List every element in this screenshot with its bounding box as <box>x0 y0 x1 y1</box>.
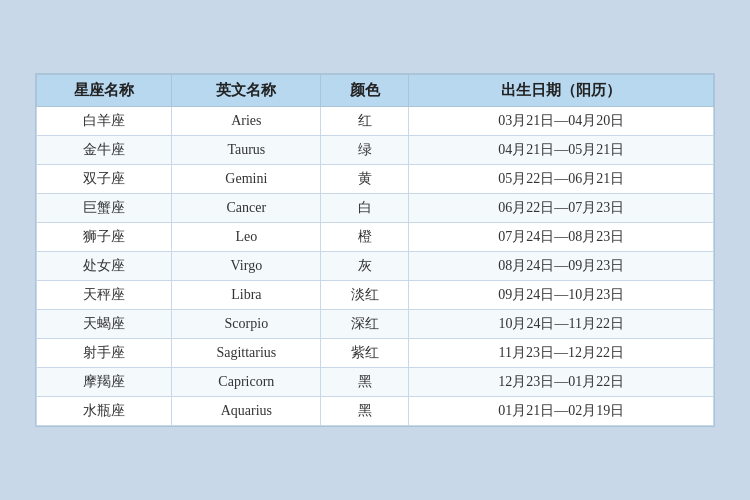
cell-color: 白 <box>321 194 409 223</box>
cell-english: Libra <box>172 281 321 310</box>
table-row: 射手座Sagittarius紫红11月23日—12月22日 <box>37 339 714 368</box>
cell-chinese: 天秤座 <box>37 281 172 310</box>
cell-date: 01月21日—02月19日 <box>409 397 714 426</box>
cell-color: 绿 <box>321 136 409 165</box>
cell-chinese: 狮子座 <box>37 223 172 252</box>
cell-color: 深红 <box>321 310 409 339</box>
cell-english: Sagittarius <box>172 339 321 368</box>
cell-chinese: 射手座 <box>37 339 172 368</box>
table-row: 金牛座Taurus绿04月21日—05月21日 <box>37 136 714 165</box>
cell-color: 黄 <box>321 165 409 194</box>
table-row: 狮子座Leo橙07月24日—08月23日 <box>37 223 714 252</box>
cell-color: 灰 <box>321 252 409 281</box>
cell-english: Leo <box>172 223 321 252</box>
cell-date: 12月23日—01月22日 <box>409 368 714 397</box>
cell-english: Aquarius <box>172 397 321 426</box>
cell-english: Scorpio <box>172 310 321 339</box>
header-date: 出生日期（阳历） <box>409 75 714 107</box>
cell-color: 红 <box>321 107 409 136</box>
cell-chinese: 巨蟹座 <box>37 194 172 223</box>
cell-english: Cancer <box>172 194 321 223</box>
cell-chinese: 双子座 <box>37 165 172 194</box>
cell-date: 11月23日—12月22日 <box>409 339 714 368</box>
table-row: 巨蟹座Cancer白06月22日—07月23日 <box>37 194 714 223</box>
cell-english: Gemini <box>172 165 321 194</box>
cell-english: Aries <box>172 107 321 136</box>
cell-date: 04月21日—05月21日 <box>409 136 714 165</box>
table-row: 天蝎座Scorpio深红10月24日—11月22日 <box>37 310 714 339</box>
cell-date: 06月22日—07月23日 <box>409 194 714 223</box>
cell-color: 黑 <box>321 397 409 426</box>
table-body: 白羊座Aries红03月21日—04月20日金牛座Taurus绿04月21日—0… <box>37 107 714 426</box>
zodiac-table: 星座名称 英文名称 颜色 出生日期（阳历） 白羊座Aries红03月21日—04… <box>36 74 714 426</box>
header-english: 英文名称 <box>172 75 321 107</box>
cell-date: 05月22日—06月21日 <box>409 165 714 194</box>
header-chinese: 星座名称 <box>37 75 172 107</box>
cell-chinese: 摩羯座 <box>37 368 172 397</box>
cell-color: 黑 <box>321 368 409 397</box>
cell-chinese: 白羊座 <box>37 107 172 136</box>
header-color: 颜色 <box>321 75 409 107</box>
cell-color: 淡红 <box>321 281 409 310</box>
cell-date: 08月24日—09月23日 <box>409 252 714 281</box>
cell-chinese: 天蝎座 <box>37 310 172 339</box>
table-row: 白羊座Aries红03月21日—04月20日 <box>37 107 714 136</box>
cell-chinese: 水瓶座 <box>37 397 172 426</box>
cell-color: 橙 <box>321 223 409 252</box>
table-row: 水瓶座Aquarius黑01月21日—02月19日 <box>37 397 714 426</box>
cell-chinese: 处女座 <box>37 252 172 281</box>
cell-date: 10月24日—11月22日 <box>409 310 714 339</box>
cell-color: 紫红 <box>321 339 409 368</box>
cell-date: 07月24日—08月23日 <box>409 223 714 252</box>
table-row: 摩羯座Capricorn黑12月23日—01月22日 <box>37 368 714 397</box>
zodiac-table-container: 星座名称 英文名称 颜色 出生日期（阳历） 白羊座Aries红03月21日—04… <box>35 73 715 427</box>
table-row: 天秤座Libra淡红09月24日—10月23日 <box>37 281 714 310</box>
cell-chinese: 金牛座 <box>37 136 172 165</box>
cell-english: Capricorn <box>172 368 321 397</box>
table-row: 双子座Gemini黄05月22日—06月21日 <box>37 165 714 194</box>
table-header-row: 星座名称 英文名称 颜色 出生日期（阳历） <box>37 75 714 107</box>
cell-date: 09月24日—10月23日 <box>409 281 714 310</box>
table-row: 处女座Virgo灰08月24日—09月23日 <box>37 252 714 281</box>
cell-date: 03月21日—04月20日 <box>409 107 714 136</box>
cell-english: Virgo <box>172 252 321 281</box>
cell-english: Taurus <box>172 136 321 165</box>
